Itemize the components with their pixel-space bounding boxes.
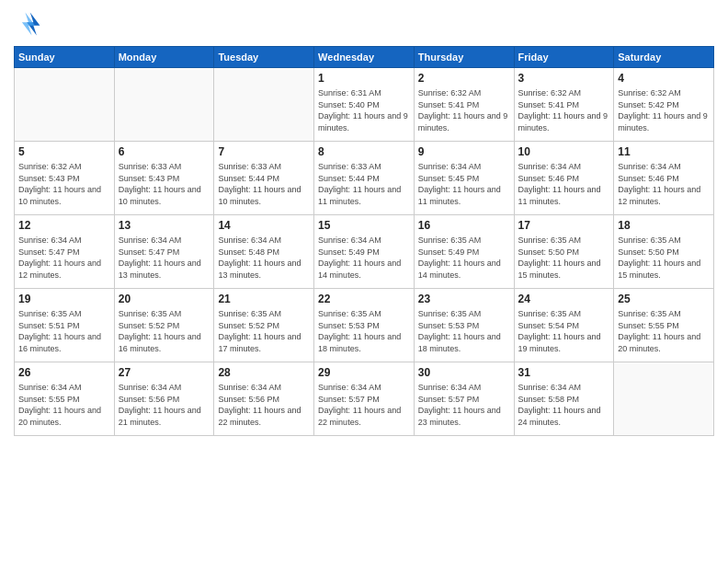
day-number: 27 [119,365,210,380]
day-cell [614,362,714,436]
day-info: Sunrise: 6:35 AM Sunset: 5:52 PM Dayligh… [218,308,310,354]
day-number: 3 [518,71,610,86]
day-info: Sunrise: 6:34 AM Sunset: 5:46 PM Dayligh… [518,161,610,207]
day-number: 2 [418,71,510,86]
weekday-sunday: Sunday [15,47,115,68]
day-info: Sunrise: 6:33 AM Sunset: 5:43 PM Dayligh… [119,161,210,207]
day-number: 22 [318,292,410,306]
day-number: 29 [318,365,410,380]
day-number: 31 [518,365,610,380]
day-number: 28 [218,365,310,380]
day-info: Sunrise: 6:34 AM Sunset: 5:55 PM Dayligh… [18,382,110,428]
day-cell: 24Sunrise: 6:35 AM Sunset: 5:54 PM Dayli… [514,289,614,362]
day-number: 17 [518,218,610,233]
day-info: Sunrise: 6:33 AM Sunset: 5:44 PM Dayligh… [218,161,310,207]
day-info: Sunrise: 6:34 AM Sunset: 5:58 PM Dayligh… [518,382,610,428]
day-number: 9 [418,144,510,159]
day-number: 25 [618,292,710,306]
weekday-monday: Monday [114,47,214,68]
day-cell: 13Sunrise: 6:34 AM Sunset: 5:47 PM Dayli… [114,215,214,289]
day-number: 19 [18,292,110,306]
day-cell: 20Sunrise: 6:35 AM Sunset: 5:52 PM Dayli… [114,289,214,362]
day-cell: 11Sunrise: 6:34 AM Sunset: 5:46 PM Dayli… [614,142,714,215]
day-info: Sunrise: 6:35 AM Sunset: 5:51 PM Dayligh… [18,308,110,354]
day-cell: 26Sunrise: 6:34 AM Sunset: 5:55 PM Dayli… [15,362,115,436]
day-info: Sunrise: 6:35 AM Sunset: 5:52 PM Dayligh… [119,308,210,354]
day-number: 26 [18,365,110,380]
weekday-friday: Friday [514,47,614,68]
day-number: 16 [418,218,510,233]
day-cell: 28Sunrise: 6:34 AM Sunset: 5:56 PM Dayli… [214,362,314,436]
day-cell: 7Sunrise: 6:33 AM Sunset: 5:44 PM Daylig… [214,142,314,215]
day-cell: 10Sunrise: 6:34 AM Sunset: 5:46 PM Dayli… [514,142,614,215]
day-cell: 15Sunrise: 6:34 AM Sunset: 5:49 PM Dayli… [314,215,415,289]
day-cell: 16Sunrise: 6:35 AM Sunset: 5:49 PM Dayli… [414,215,514,289]
day-cell [15,68,115,142]
day-number: 6 [119,144,210,159]
day-cell: 8Sunrise: 6:33 AM Sunset: 5:44 PM Daylig… [314,142,415,215]
day-info: Sunrise: 6:35 AM Sunset: 5:53 PM Dayligh… [318,308,410,354]
day-info: Sunrise: 6:35 AM Sunset: 5:54 PM Dayligh… [518,308,610,354]
day-number: 1 [318,71,410,86]
day-cell: 9Sunrise: 6:34 AM Sunset: 5:45 PM Daylig… [414,142,514,215]
day-info: Sunrise: 6:35 AM Sunset: 5:50 PM Dayligh… [618,235,710,281]
day-cell: 12Sunrise: 6:34 AM Sunset: 5:47 PM Dayli… [15,215,115,289]
day-info: Sunrise: 6:31 AM Sunset: 5:40 PM Dayligh… [318,87,410,133]
day-info: Sunrise: 6:34 AM Sunset: 5:49 PM Dayligh… [318,235,410,281]
page: SundayMondayTuesdayWednesdayThursdayFrid… [0,0,728,563]
weekday-tuesday: Tuesday [214,47,314,68]
week-row-3: 12Sunrise: 6:34 AM Sunset: 5:47 PM Dayli… [15,215,714,289]
day-cell: 22Sunrise: 6:35 AM Sunset: 5:53 PM Dayli… [314,289,415,362]
header [14,9,714,39]
day-cell: 25Sunrise: 6:35 AM Sunset: 5:55 PM Dayli… [614,289,714,362]
day-number: 15 [318,218,410,233]
logo-icon [14,9,43,39]
day-cell: 31Sunrise: 6:34 AM Sunset: 5:58 PM Dayli… [514,362,614,436]
day-cell: 27Sunrise: 6:34 AM Sunset: 5:56 PM Dayli… [114,362,214,436]
day-cell: 29Sunrise: 6:34 AM Sunset: 5:57 PM Dayli… [314,362,415,436]
day-info: Sunrise: 6:35 AM Sunset: 5:55 PM Dayligh… [618,308,710,354]
day-number: 12 [18,218,110,233]
day-info: Sunrise: 6:34 AM Sunset: 5:56 PM Dayligh… [218,382,310,428]
day-cell: 6Sunrise: 6:33 AM Sunset: 5:43 PM Daylig… [114,142,214,215]
week-row-4: 19Sunrise: 6:35 AM Sunset: 5:51 PM Dayli… [15,289,714,362]
day-cell: 30Sunrise: 6:34 AM Sunset: 5:57 PM Dayli… [414,362,514,436]
day-info: Sunrise: 6:34 AM Sunset: 5:57 PM Dayligh… [418,382,510,428]
day-info: Sunrise: 6:33 AM Sunset: 5:44 PM Dayligh… [318,161,410,207]
day-info: Sunrise: 6:34 AM Sunset: 5:48 PM Dayligh… [218,235,310,281]
day-number: 7 [218,144,310,159]
logo [14,9,47,39]
week-row-5: 26Sunrise: 6:34 AM Sunset: 5:55 PM Dayli… [15,362,714,436]
day-info: Sunrise: 6:34 AM Sunset: 5:47 PM Dayligh… [18,235,110,281]
day-number: 24 [518,292,610,306]
day-cell: 17Sunrise: 6:35 AM Sunset: 5:50 PM Dayli… [514,215,614,289]
day-info: Sunrise: 6:35 AM Sunset: 5:49 PM Dayligh… [418,235,510,281]
svg-marker-1 [22,13,35,36]
day-cell: 2Sunrise: 6:32 AM Sunset: 5:41 PM Daylig… [414,68,514,142]
day-number: 30 [418,365,510,380]
day-number: 11 [618,144,710,159]
day-info: Sunrise: 6:32 AM Sunset: 5:41 PM Dayligh… [518,87,610,133]
day-cell: 18Sunrise: 6:35 AM Sunset: 5:50 PM Dayli… [614,215,714,289]
day-info: Sunrise: 6:34 AM Sunset: 5:56 PM Dayligh… [119,382,210,428]
day-info: Sunrise: 6:34 AM Sunset: 5:46 PM Dayligh… [618,161,710,207]
day-info: Sunrise: 6:35 AM Sunset: 5:50 PM Dayligh… [518,235,610,281]
day-info: Sunrise: 6:32 AM Sunset: 5:42 PM Dayligh… [618,87,710,133]
week-row-2: 5Sunrise: 6:32 AM Sunset: 5:43 PM Daylig… [15,142,714,215]
week-row-1: 1Sunrise: 6:31 AM Sunset: 5:40 PM Daylig… [15,68,714,142]
day-number: 5 [18,144,110,159]
day-cell: 3Sunrise: 6:32 AM Sunset: 5:41 PM Daylig… [514,68,614,142]
day-info: Sunrise: 6:32 AM Sunset: 5:43 PM Dayligh… [18,161,110,207]
day-cell: 21Sunrise: 6:35 AM Sunset: 5:52 PM Dayli… [214,289,314,362]
day-number: 20 [119,292,210,306]
day-number: 8 [318,144,410,159]
day-info: Sunrise: 6:34 AM Sunset: 5:57 PM Dayligh… [318,382,410,428]
day-info: Sunrise: 6:32 AM Sunset: 5:41 PM Dayligh… [418,87,510,133]
day-info: Sunrise: 6:34 AM Sunset: 5:47 PM Dayligh… [119,235,210,281]
day-cell: 5Sunrise: 6:32 AM Sunset: 5:43 PM Daylig… [15,142,115,215]
weekday-wednesday: Wednesday [314,47,415,68]
day-number: 10 [518,144,610,159]
day-cell: 4Sunrise: 6:32 AM Sunset: 5:42 PM Daylig… [614,68,714,142]
day-cell: 23Sunrise: 6:35 AM Sunset: 5:53 PM Dayli… [414,289,514,362]
day-cell [114,68,214,142]
